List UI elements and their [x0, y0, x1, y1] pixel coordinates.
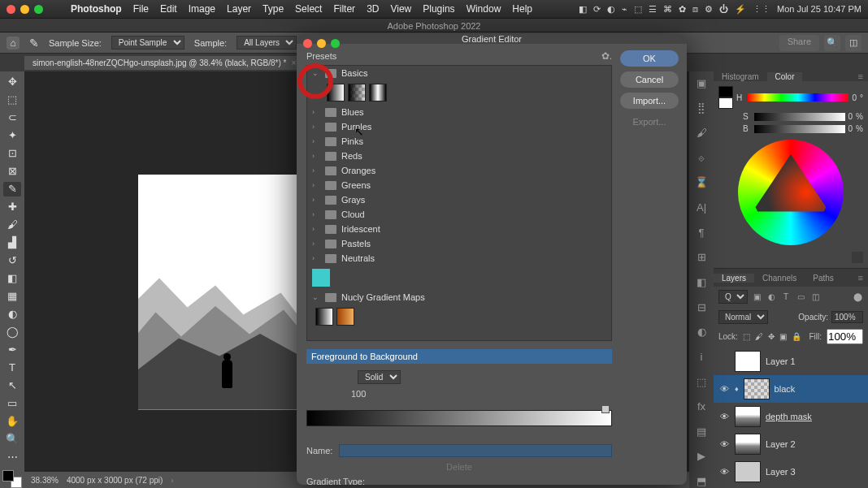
secondary-name-field[interactable]: [339, 444, 612, 457]
opacity-stop[interactable]: [601, 405, 610, 413]
lock-position-icon[interactable]: ✥: [768, 332, 775, 341]
layers-list[interactable]: Layer 1 👁♦black 👁depth mask 👁Layer 2 👁La…: [714, 346, 868, 488]
layer-row[interactable]: 👁♦black: [714, 375, 868, 403]
menubar-extra-icon[interactable]: ⚙: [705, 4, 713, 15]
panel-icon[interactable]: ⣿: [694, 101, 709, 115]
menubar-clock[interactable]: Mon Jul 25 10:47 PM: [777, 4, 861, 14]
preset-list[interactable]: ⌄Basics ›Blues ›Purples ›Pinks ›Reds ›Or…: [306, 65, 612, 341]
menubar-extra-icon[interactable]: ⚡: [735, 4, 746, 15]
filter-adjust-icon[interactable]: ◐: [766, 292, 777, 301]
tab-histogram[interactable]: Histogram: [714, 72, 767, 81]
history-brush-tool[interactable]: ↺: [3, 253, 21, 268]
visibility-icon[interactable]: 👁: [718, 467, 730, 477]
preset-folder[interactable]: ›Purples: [307, 119, 611, 134]
color-panel-toggle[interactable]: [852, 252, 863, 263]
stamp-tool[interactable]: ▟: [3, 235, 21, 250]
panel-icon[interactable]: 🖌: [694, 126, 709, 140]
eyedropper-icon[interactable]: ✎: [29, 37, 39, 50]
layer-row[interactable]: 👁depth mask: [714, 403, 868, 430]
color-wheel[interactable]: [738, 140, 844, 245]
layer-filter-kind[interactable]: Q: [718, 290, 748, 304]
lock-artboard-icon[interactable]: ▣: [779, 332, 787, 341]
menubar-extra-icon[interactable]: ⧈: [692, 4, 698, 15]
shape-tool[interactable]: ▭: [3, 395, 21, 410]
smoothness-value[interactable]: 100: [351, 389, 366, 399]
panel-menu-icon[interactable]: ≡: [853, 71, 868, 81]
menu-filter[interactable]: Filter: [333, 3, 355, 15]
menu-layer[interactable]: Layer: [227, 3, 251, 15]
lock-pixels-icon[interactable]: 🖌: [755, 332, 763, 341]
preset-folder[interactable]: ›Grays: [307, 192, 611, 207]
menubar-extra-icon[interactable]: ⏻: [719, 4, 728, 14]
dialog-titlebar[interactable]: Gradient Editor: [297, 34, 687, 44]
menu-select[interactable]: Select: [295, 3, 322, 15]
document-tab[interactable]: simon-english-48nerZQCHgo-unsplash.jpg @…: [24, 56, 304, 70]
tab-channels[interactable]: Channels: [754, 274, 805, 283]
panel-icon[interactable]: ⊞: [694, 250, 709, 264]
visibility-icon[interactable]: 👁: [718, 384, 730, 394]
panel-icon[interactable]: ⬚: [694, 375, 709, 389]
menubar-extra-icon[interactable]: ☰: [649, 4, 657, 15]
menu-window[interactable]: Window: [467, 3, 501, 15]
panel-icon[interactable]: ⟐: [694, 151, 709, 165]
zoom-tool[interactable]: 🔍: [3, 431, 21, 446]
frame-tool[interactable]: ⊠: [3, 164, 21, 179]
preset-folder[interactable]: ›Pinks: [307, 134, 611, 149]
sat-value[interactable]: 0: [848, 112, 853, 121]
menu-plugins[interactable]: Plugins: [423, 3, 454, 15]
gradient-name-input[interactable]: [306, 349, 612, 364]
menubar-extra-icon[interactable]: ◧: [579, 4, 587, 15]
panel-icon[interactable]: ⌛: [694, 176, 709, 190]
menu-type[interactable]: Type: [263, 3, 284, 15]
move-tool[interactable]: ✥: [3, 75, 21, 89]
menu-edit[interactable]: Edit: [160, 3, 177, 15]
panel-icon[interactable]: ▤: [694, 425, 709, 438]
gradient-preset-thumb[interactable]: [369, 84, 387, 101]
layer-row[interactable]: 👁Layer 2: [714, 430, 868, 458]
crop-tool[interactable]: ⊡: [3, 146, 21, 161]
status-zoom[interactable]: 38.38%: [31, 476, 59, 485]
dodge-tool[interactable]: ◯: [3, 325, 21, 339]
document-canvas[interactable]: [138, 175, 301, 410]
blur-tool[interactable]: ◐: [3, 307, 21, 322]
filter-type-icon[interactable]: T: [780, 292, 792, 301]
menubar-extra-icon[interactable]: ⬚: [634, 4, 642, 15]
import-button[interactable]: Import...: [620, 93, 679, 109]
panel-icon[interactable]: i: [694, 350, 709, 364]
healing-tool[interactable]: ✚: [3, 200, 21, 214]
menu-file[interactable]: File: [133, 3, 149, 15]
menu-view[interactable]: View: [390, 3, 411, 15]
marquee-tool[interactable]: ⬚: [3, 93, 21, 107]
panel-icon[interactable]: ¶: [694, 226, 709, 240]
layer-row[interactable]: Layer 1: [714, 348, 868, 375]
preset-folder[interactable]: ›Pastels: [307, 236, 611, 251]
panel-icon[interactable]: ⬒: [694, 474, 709, 488]
close-tab-icon[interactable]: ×: [292, 58, 297, 67]
presets-gear-icon[interactable]: ✿.: [601, 50, 612, 62]
gradient-tool[interactable]: ▦: [3, 289, 21, 304]
tab-paths[interactable]: Paths: [805, 274, 842, 283]
visibility-icon[interactable]: 👁: [718, 412, 730, 421]
preset-folder-basics[interactable]: ⌄Basics: [307, 66, 611, 80]
lasso-tool[interactable]: ⊂: [3, 110, 21, 125]
panel-icon[interactable]: ▣: [694, 76, 709, 90]
app-menu[interactable]: Photoshop: [71, 3, 122, 15]
layer-row[interactable]: 👁Layer 3: [714, 458, 868, 486]
preset-folder[interactable]: ›Oranges: [307, 163, 611, 178]
search-icon[interactable]: 🔍: [824, 35, 840, 51]
panel-icon[interactable]: ⊟: [694, 300, 709, 314]
bri-value[interactable]: 0: [848, 124, 853, 133]
preset-folder[interactable]: ›Greens: [307, 178, 611, 192]
type-tool[interactable]: T: [3, 361, 21, 375]
opacity-input[interactable]: [831, 311, 863, 323]
gradient-preset-thumb[interactable]: [348, 84, 366, 101]
preset-folder[interactable]: ›Neutrals: [307, 251, 611, 266]
eraser-tool[interactable]: ◧: [3, 271, 21, 286]
gradient-preset-thumb[interactable]: [336, 308, 354, 326]
preset-folder[interactable]: ›Blues: [307, 105, 611, 119]
foreground-background-colors[interactable]: [2, 470, 22, 488]
gradient-preset-thumb[interactable]: [312, 269, 330, 287]
sat-slider[interactable]: [754, 113, 845, 121]
tab-layers[interactable]: Layers: [714, 274, 754, 283]
gradient-type-select[interactable]: Solid: [358, 370, 401, 384]
